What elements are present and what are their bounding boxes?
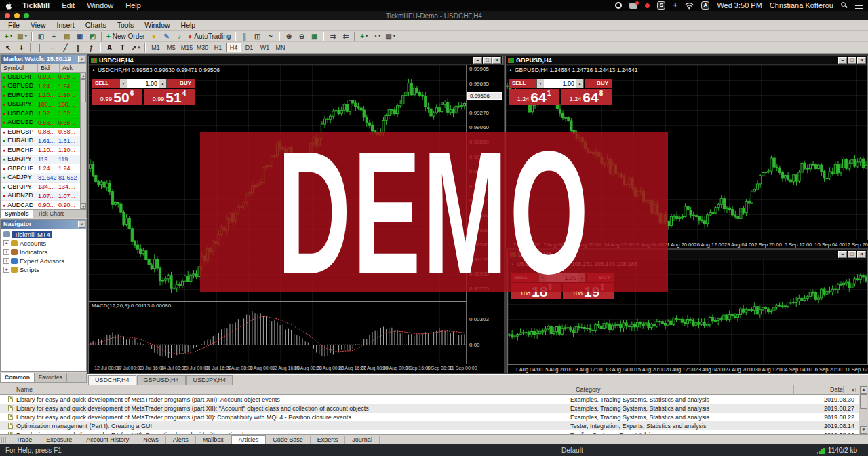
panel-grip[interactable] — [1, 437, 7, 443]
new-chart-icon[interactable]: +▾ — [3, 31, 14, 41]
tab-symbols[interactable]: Symbols — [1, 210, 33, 218]
volume-down-icon[interactable]: ▼ — [120, 79, 127, 88]
tab-exposure[interactable]: Exposure — [39, 436, 79, 444]
periods-icon[interactable]: ◔▾ — [371, 31, 382, 41]
buy-button[interactable]: BUY — [167, 79, 195, 88]
menu-file[interactable]: File — [3, 21, 25, 29]
menu-bar-clock[interactable]: Wed 3:50 PM — [717, 1, 762, 10]
tab-code-base[interactable]: Code Base — [266, 436, 311, 444]
close-icon[interactable]: × — [857, 251, 866, 258]
skype-icon[interactable]: S — [657, 1, 665, 10]
scrollbar-thumb[interactable] — [81, 79, 86, 102]
collapse-icon[interactable]: ▲ — [509, 68, 513, 72]
fibonacci-tool-icon[interactable]: ƒ — [85, 43, 97, 53]
auto-scroll-icon[interactable]: ⇉ — [327, 31, 338, 41]
window-manager-icon[interactable]: + — [673, 1, 677, 10]
timeframe-h4[interactable]: H4 — [226, 43, 241, 52]
recording-dot-icon[interactable] — [645, 3, 650, 8]
market-watch-row[interactable]: ●EURUSD1.10...1.10... — [1, 91, 80, 100]
column-symbol[interactable]: Symbol — [1, 64, 38, 72]
record-icon[interactable] — [615, 2, 622, 9]
close-icon[interactable]: × — [78, 221, 85, 228]
tab-trade[interactable]: Trade — [9, 436, 39, 444]
navigator-icon[interactable]: ▨ — [61, 31, 73, 41]
column-name[interactable]: Name — [0, 385, 570, 394]
minimize-icon[interactable]: – — [838, 57, 847, 64]
buy-price[interactable]: 1.24648 — [561, 89, 612, 105]
crosshair-tool-icon[interactable]: + — [16, 43, 27, 53]
minimize-icon[interactable]: – — [838, 251, 847, 258]
market-watch-row[interactable]: ●USDCAD1.32...1.32... — [1, 109, 80, 119]
chart-shift-icon[interactable]: ⇇ — [340, 31, 351, 41]
indicators-icon[interactable]: +▾ — [358, 31, 370, 41]
usdchf-chart-titlebar[interactable]: USDCHF,H4 – □ × — [89, 56, 502, 65]
gbpusd-chart-titlebar[interactable]: GBPUSD,H4 – □ × — [506, 56, 867, 65]
label-tool-icon[interactable]: T — [117, 43, 128, 53]
vertical-line-tool-icon[interactable]: │ — [34, 43, 45, 53]
tab-common[interactable]: Common — [1, 373, 35, 382]
buy-button[interactable]: BUY — [585, 79, 612, 88]
volume-field[interactable]: 1.00 — [544, 79, 576, 88]
article-row[interactable]: Library for easy and quick development o… — [0, 404, 859, 413]
market-watch-row[interactable]: ●GBPCHF1.24...1.24... — [1, 164, 80, 174]
expand-icon[interactable]: + — [3, 267, 9, 273]
tab-articles[interactable]: Articles — [231, 435, 267, 444]
menu-view[interactable]: View — [25, 21, 52, 29]
dropdown-arrow-icon[interactable]: ▾ — [10, 33, 13, 39]
toolbox-scrollbar[interactable]: ▲ ▼ — [859, 385, 868, 434]
sell-button[interactable]: SELL — [92, 79, 119, 88]
mac-menu-tickmill[interactable]: TickMill — [22, 0, 50, 11]
article-row[interactable]: Optimization management (Part I): Creati… — [0, 421, 859, 430]
apple-icon[interactable] — [5, 2, 13, 10]
scroll-down-icon[interactable]: ▼ — [81, 203, 86, 209]
horizontal-line-tool-icon[interactable]: ─ — [47, 43, 58, 53]
market-watch-row[interactable]: ●EURGBP0.88...0.88... — [1, 128, 80, 137]
timeframe-m1[interactable]: M1 — [149, 43, 163, 52]
sell-button[interactable]: SELL — [509, 79, 536, 88]
article-row[interactable]: Library for easy and quick development o… — [0, 413, 859, 421]
market-watch-row[interactable]: ●AUDCAD0.90...0.90... — [1, 201, 80, 209]
channel-tool-icon[interactable]: ∥ — [73, 43, 84, 53]
mac-menu-edit[interactable]: Edit — [62, 0, 75, 11]
timeframe-m5[interactable]: M5 — [164, 43, 178, 52]
market-watch-row[interactable]: ●EURCHF1.10...1.10... — [1, 146, 80, 155]
profiles-icon[interactable]: ▤▾ — [16, 31, 28, 41]
menu-tools[interactable]: Tools — [112, 21, 140, 29]
market-watch-row[interactable]: ●CADJPY81.64281.652 — [1, 174, 80, 183]
trendline-tool-icon[interactable]: ╱ — [60, 43, 71, 53]
chart-tab-usdjpy-h4[interactable]: USDJPY,H4 — [186, 375, 233, 385]
tab-alerts[interactable]: Alerts — [166, 436, 196, 444]
line-chart-icon[interactable]: ~ — [264, 31, 276, 41]
column-bid[interactable]: Bid — [38, 64, 60, 72]
search-icon[interactable] — [841, 2, 848, 9]
dropdown-arrow-icon[interactable]: ▾ — [138, 45, 140, 50]
restore-icon[interactable]: □ — [848, 57, 856, 64]
timeframe-d1[interactable]: D1 — [242, 43, 256, 52]
dropdown-arrow-icon[interactable]: ▾ — [393, 33, 396, 39]
market-watch-scrollbar[interactable]: ▲ ▼ — [80, 73, 86, 209]
navigator-item-accounts[interactable]: +Accounts — [2, 239, 86, 248]
mql5-community-icon[interactable]: ● — [148, 31, 159, 41]
market-watch-row[interactable]: ●AUDUSD0.68...0.68... — [1, 119, 80, 128]
volume-field[interactable]: 1.00 — [127, 79, 159, 88]
article-row[interactable]: Library for easy and quick development o… — [0, 395, 859, 404]
zoom-in-icon[interactable]: ⊕ — [283, 31, 294, 41]
menu-bar-user[interactable]: Christiana Kofterou — [770, 1, 833, 10]
navigator-item-scripts[interactable]: +Scripts — [2, 265, 86, 274]
menu-window[interactable]: Window — [139, 21, 175, 29]
chart-tab-gbpusd-h4[interactable]: GBPUSD,H4 — [137, 375, 186, 385]
navigator-item-indicators[interactable]: +Indicators — [2, 248, 86, 256]
tab-experts[interactable]: Experts — [311, 436, 346, 444]
timeframe-h1[interactable]: H1 — [211, 43, 225, 52]
volume-stepper[interactable]: ▼ 1.00 ▲ — [536, 79, 584, 88]
menu-charts[interactable]: Charts — [80, 21, 112, 29]
dropdown-arrow-icon[interactable]: ▾ — [366, 33, 368, 39]
timeframe-m15[interactable]: M15 — [180, 43, 194, 52]
scroll-up-icon[interactable]: ▲ — [860, 386, 867, 394]
navigator-item-expert-advisors[interactable]: +Expert Advisors — [2, 256, 86, 265]
camera-icon[interactable] — [629, 3, 637, 9]
candlestick-icon[interactable]: ◫ — [252, 31, 263, 41]
timeframe-mn[interactable]: MN — [273, 43, 288, 52]
tab-favorites[interactable]: Favorites — [35, 373, 67, 382]
expand-icon[interactable]: + — [3, 258, 9, 264]
